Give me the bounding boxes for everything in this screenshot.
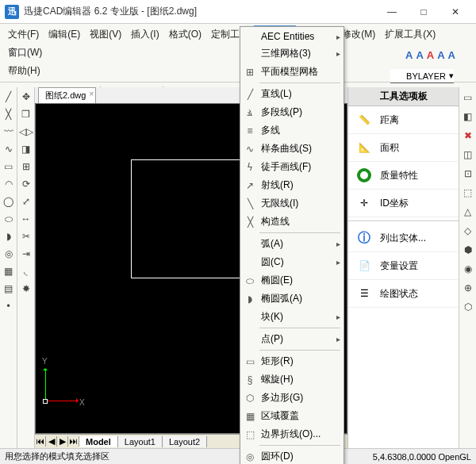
tool-icon[interactable]: ◫ (459, 146, 477, 163)
text-style-a-icon[interactable]: A (437, 49, 444, 61)
menu-file[interactable]: 文件(F) (3, 25, 44, 44)
tool-icon[interactable]: ⊕ (459, 279, 477, 297)
menu-item-xray[interactable]: ╲无限线(I) (240, 194, 344, 213)
offset-icon[interactable]: ◨ (18, 141, 34, 157)
elarc-icon: ◗ (244, 293, 256, 305)
menu-item-arc[interactable]: 弧(A)▸ (240, 235, 344, 253)
donut-icon[interactable]: ◎ (1, 246, 17, 262)
menu-item-circle[interactable]: 圆(C)▸ (240, 253, 344, 271)
rect-icon[interactable]: ▭ (1, 159, 17, 174)
spline-icon[interactable]: ∿ (1, 141, 17, 157)
menu-item-spline[interactable]: ∿样条曲线(S) (240, 140, 344, 158)
menu-item-label: 圆环(D) (261, 450, 294, 463)
close-tab-icon[interactable]: × (90, 90, 94, 98)
circle-icon[interactable]: ◯ (1, 194, 17, 209)
menu-item-aec[interactable]: AEC Entities▸ (240, 29, 344, 44)
explode2-icon[interactable]: ✸ (18, 281, 34, 297)
fillet-icon[interactable]: ◟ (18, 263, 34, 279)
palette-item-distance[interactable]: 📏 距离 (348, 106, 459, 134)
menu-view[interactable]: 视图(V) (85, 25, 126, 44)
menu-sep (259, 350, 340, 351)
palette-item-dstate[interactable]: ☰ 绘图状态 (348, 280, 459, 308)
tab-next-icon[interactable]: ▶ (57, 436, 68, 447)
scale-icon[interactable]: ⤢ (18, 194, 34, 209)
xline-icon[interactable]: ╳ (1, 106, 17, 122)
trim-icon[interactable]: ✂ (18, 228, 34, 244)
menu-item-mline[interactable]: ≡多线 (240, 121, 344, 140)
point-icon[interactable]: • (1, 298, 17, 314)
text-style-a-icon[interactable]: A (427, 49, 434, 61)
copy2-icon[interactable]: ❐ (18, 106, 34, 122)
menu-window[interactable]: 窗口(W) (3, 44, 47, 62)
menu-item-flatmesh[interactable]: ⊞平面模型网格 (240, 63, 344, 81)
tool-icon[interactable]: ◧ (459, 108, 477, 125)
submenu-arrow-icon: ▸ (336, 33, 340, 41)
tool-icon[interactable]: ▭ (459, 89, 477, 106)
minimize-button[interactable]: ― (376, 0, 408, 24)
menu-item-polygon[interactable]: ⬡多边形(G) (240, 389, 344, 407)
tool-icon[interactable]: ⬡ (459, 298, 477, 316)
tab-last-icon[interactable]: ⏭ (68, 436, 79, 447)
close-button[interactable]: ✕ (440, 0, 471, 24)
menu-format[interactable]: 格式(O) (164, 25, 206, 44)
document-tab[interactable]: 图纸2.dwg × (38, 87, 96, 103)
text-style-a-icon[interactable]: A (416, 49, 423, 61)
text-style-a-icon[interactable]: A (405, 49, 413, 61)
menu-item-rect[interactable]: ▭矩形(R) (240, 352, 344, 370)
layout-tab-2[interactable]: Layout2 (163, 436, 207, 447)
tab-prev-icon[interactable]: ◀ (46, 436, 57, 447)
menu-item-xline[interactable]: ╳构造线 (240, 213, 344, 231)
tool-icon[interactable]: △ (459, 203, 477, 220)
menu-item-point[interactable]: 点(P)▸ (240, 330, 344, 348)
menu-item-mesh3d[interactable]: 三维网格(3)▸ (240, 44, 344, 63)
hatch-icon[interactable]: ▦ (1, 263, 17, 279)
palette-item-area[interactable]: 📐 面积 (348, 134, 459, 162)
menu-item-ellipse[interactable]: ⬭椭圆(E) (240, 271, 344, 290)
tool-icon[interactable]: ◉ (459, 260, 477, 278)
menu-item-bpoly[interactable]: ⬚边界折线(O)... (240, 425, 344, 443)
menu-item-helix[interactable]: §螺旋(H) (240, 370, 344, 389)
rotate-icon[interactable]: ⟳ (18, 176, 34, 192)
region-icon[interactable]: ▤ (1, 281, 17, 297)
menu-edit[interactable]: 编辑(E) (44, 25, 85, 44)
menu-item-label: 块(K) (261, 310, 283, 324)
layout-tab-1[interactable]: Layout1 (118, 436, 163, 447)
menu-item-donut[interactable]: ◎圆环(D) (240, 447, 344, 464)
palette-item-var[interactable]: 📄 变量设置 (348, 252, 459, 280)
tool-icon[interactable]: ⬚ (459, 184, 477, 201)
move-icon[interactable]: ✥ (18, 89, 34, 105)
erase-icon[interactable]: ✖ (459, 127, 477, 144)
menu-item-elarc[interactable]: ◗椭圆弧(A) (240, 290, 344, 308)
layout-tab-model[interactable]: Model (79, 436, 118, 447)
menu-extend[interactable]: 扩展工具(X) (380, 25, 440, 44)
extend-icon[interactable]: ⇥ (18, 246, 34, 262)
status-right: 5,4.6308,0.0000 OpenGL (373, 452, 471, 462)
palette-item-mass[interactable]: 质量特性 (348, 162, 459, 190)
mirror-icon[interactable]: ◁▷ (18, 124, 34, 140)
palette-item-id[interactable]: ✛ ID坐标 (348, 190, 459, 217)
line-icon[interactable]: ╱ (1, 89, 17, 105)
palette-item-list[interactable]: ⓘ 列出实体... (348, 224, 459, 252)
text-style-a-icon[interactable]: A (448, 49, 455, 61)
elarc-icon[interactable]: ◗ (1, 228, 17, 244)
menu-item-freehand[interactable]: ϟ徒手画线(F) (240, 158, 344, 176)
maximize-button[interactable]: □ (408, 0, 440, 24)
menu-help[interactable]: 帮助(H) (3, 62, 45, 80)
menu-insert[interactable]: 插入(I) (126, 25, 163, 44)
stretch-icon[interactable]: ↔ (18, 211, 34, 227)
array-icon[interactable]: ⊞ (18, 159, 34, 174)
menu-item-ray[interactable]: ↗射线(R) (240, 176, 344, 194)
tool-icon[interactable]: ◇ (459, 222, 477, 240)
palette-label: 距离 (380, 113, 399, 127)
menu-item-line[interactable]: ╱直线(L) (240, 85, 344, 103)
arc-icon[interactable]: ◠ (1, 176, 17, 192)
tab-first-icon[interactable]: ⏮ (35, 436, 46, 447)
menu-item-pline[interactable]: Ⳛ多段线(P) (240, 103, 344, 121)
ellipse-icon[interactable]: ⬭ (1, 211, 17, 227)
tool-icon[interactable]: ⊡ (459, 165, 477, 182)
menu-item-region[interactable]: ▦区域覆盖 (240, 407, 344, 425)
menu-item-block[interactable]: 块(K)▸ (240, 308, 344, 326)
tool-icon[interactable]: ⬢ (459, 241, 477, 259)
linetype-combo[interactable]: BYLAYER ▾ (390, 69, 454, 83)
pline-icon[interactable]: 〰 (1, 124, 17, 140)
